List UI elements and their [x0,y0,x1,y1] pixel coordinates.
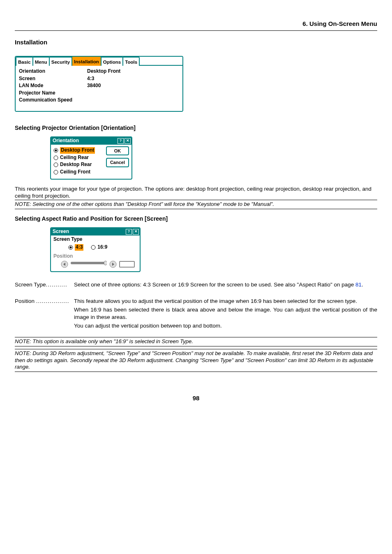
radio-icon-selected [53,148,58,153]
position-slider [53,260,137,268]
screen-heading: Selecting Aspect Ratio and Position for … [15,215,377,222]
position-value[interactable] [119,261,135,268]
page-link-81[interactable]: 81 [355,282,362,288]
close-icon[interactable]: ✕ [133,229,139,235]
chapter-rule [15,30,377,31]
label-desktop-front: Desktop Front [60,147,95,154]
slider-track[interactable] [71,260,107,268]
dots: ........... [46,282,67,288]
label-4-3: 4:3 [75,244,83,251]
screen-title: Screen [53,229,125,235]
ok-button[interactable]: OK [106,146,129,155]
term-text: Screen Type [15,282,46,288]
label-ceiling-rear: Ceiling Rear [60,155,89,161]
svg-point-2 [54,156,58,160]
screen-title-bar: Screen ? ✕ [51,228,140,235]
label-projector-name[interactable]: Projector Name [19,90,72,97]
svg-point-1 [55,149,57,151]
help-icon[interactable]: ? [118,138,124,144]
label-desktop-rear: Desktop Rear [60,162,92,168]
radio-desktop-rear[interactable]: Desktop Rear [53,162,106,168]
installation-labels: Orientation Screen LAN Mode Projector Na… [19,68,72,104]
close-icon[interactable]: ✕ [125,138,131,144]
value-orientation: Desktop Front [87,68,120,75]
installation-window: Basic Menu Security Installation Options… [15,56,183,112]
orientation-dialog: Orientation ? ✕ Desktop Front Ceiling Re… [50,136,132,179]
tab-options[interactable]: Options [101,57,123,66]
screen-body: Screen Type 4:3 16:9 Position [51,235,140,271]
svg-rect-10 [71,262,107,264]
radio-ceiling-rear[interactable]: Ceiling Rear [53,155,106,161]
page-number: 98 [15,394,377,402]
note-rule [15,372,377,372]
svg-point-7 [91,245,95,249]
body-post: . [362,282,363,288]
svg-point-3 [54,163,58,167]
radio-icon [53,170,58,175]
radio-desktop-front[interactable]: Desktop Front [53,147,106,154]
svg-point-11 [104,261,107,265]
tab-tools[interactable]: Tools [122,57,140,66]
label-comm-speed[interactable]: Communication Speed [19,97,72,104]
orientation-title: Orientation [53,138,117,144]
radio-icon [53,155,58,160]
def-screen-type-body: Select one of three options: 4:3 Screen … [74,281,377,289]
tab-security[interactable]: Security [49,57,72,66]
position-label: Position [53,253,137,260]
screen-type-options: 4:3 16:9 [68,243,137,252]
slider-left-icon[interactable] [61,261,68,268]
def-position: Position ................. This feature … [15,298,377,331]
radio-4-3[interactable]: 4:3 [68,244,83,251]
dots: ................. [36,298,69,304]
value-comm-speed: 38400 [87,83,120,89]
installation-values: Desktop Front 4:3 38400 [87,68,120,104]
orientation-title-bar: Orientation ? ✕ [51,137,131,145]
help-icon[interactable]: ? [126,229,132,235]
orientation-heading: Selecting Projector Orientation [Orienta… [15,124,377,132]
label-ceiling-front: Ceiling Front [60,169,90,175]
note-keystone: NOTE: Selecting one of the other options… [15,200,377,209]
label-16-9: 16:9 [97,244,107,251]
body-pre: Select one of three options: 4:3 Screen … [74,282,355,288]
radio-icon [91,245,96,250]
tab-basic[interactable]: Basic [16,57,33,66]
tab-menu[interactable]: Menu [32,57,50,66]
value-screen: 4:3 [87,76,120,82]
orientation-buttons: OK Cancel [106,146,129,167]
radio-icon [53,162,58,167]
label-orientation[interactable]: Orientation [19,68,72,75]
term-text: Position [15,298,35,304]
installation-heading: Installation [15,38,377,46]
position-p2: When 16:9 has been selected there is bla… [74,306,377,321]
slider-right-icon[interactable] [109,261,117,268]
label-screen[interactable]: Screen [19,76,72,82]
orientation-description: This reorients your image for your type … [15,185,377,200]
position-p1: This feature allows you to adjust the ve… [74,298,377,305]
screen-dialog: Screen ? ✕ Screen Type 4:3 16:9 Position [50,227,141,272]
note-16-9: NOTE: This option is available only when… [15,337,377,346]
def-screen-type-term: Screen Type........... [15,281,74,289]
radio-ceiling-front[interactable]: Ceiling Front [53,169,106,175]
label-lan-mode[interactable]: LAN Mode [19,83,72,89]
orientation-options: Desktop Front Ceiling Rear Desktop Rear … [53,146,106,176]
def-position-body: This feature allows you to adjust the ve… [74,298,377,331]
tab-installation[interactable]: Installation [71,56,101,66]
chapter-heading: 6. Using On-Screen Menu [15,20,377,28]
installation-body: Orientation Screen LAN Mode Projector Na… [16,65,182,111]
cancel-button[interactable]: Cancel [106,158,129,167]
def-screen-type: Screen Type........... Select one of thr… [15,281,377,289]
note-3d-reform: NOTE: During 3D Reform adjustment, "Scre… [15,349,377,372]
screen-type-label: Screen Type [53,236,137,243]
svg-point-6 [70,247,72,249]
radio-icon-selected [68,245,73,250]
radio-16-9[interactable]: 16:9 [91,244,107,251]
tab-strip: Basic Menu Security Installation Options… [16,57,182,66]
def-position-term: Position ................. [15,298,74,331]
svg-point-4 [54,170,58,174]
position-p3: You can adjust the vertical position bet… [74,322,377,330]
orientation-body: Desktop Front Ceiling Rear Desktop Rear … [51,145,131,178]
note-rule [15,209,377,209]
